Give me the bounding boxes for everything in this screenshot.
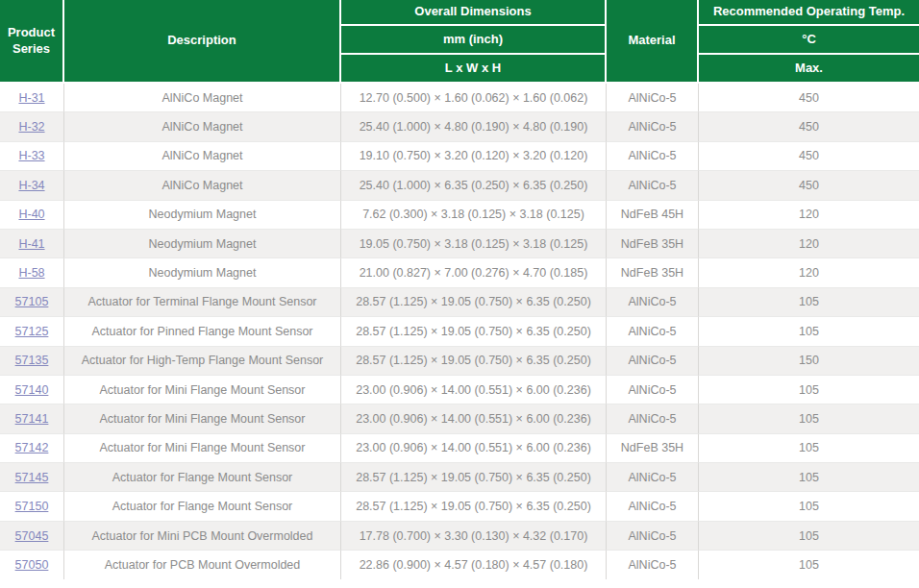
product-series-link[interactable]: 57105 bbox=[15, 295, 49, 308]
product-series-cell: H-58 bbox=[0, 257, 64, 286]
temp-max-cell: 150 bbox=[699, 346, 919, 375]
product-series-cell: 57142 bbox=[0, 433, 64, 462]
dimensions-cell: 22.86 (0.900) × 4.57 (0.180) × 4.57 (0.1… bbox=[341, 550, 607, 578]
temp-max-cell: 105 bbox=[699, 550, 919, 578]
material-cell: NdFeB 35H bbox=[607, 229, 699, 257]
product-series-link[interactable]: H-40 bbox=[18, 208, 44, 221]
col-header-description: Description bbox=[64, 0, 341, 84]
temp-max-cell: 105 bbox=[699, 404, 919, 432]
product-series-cell: 57050 bbox=[0, 550, 64, 578]
product-series-link[interactable]: 57045 bbox=[15, 529, 49, 543]
table-row: 57125Actuator for Pinned Flange Mount Se… bbox=[0, 316, 919, 345]
product-series-cell: H-34 bbox=[0, 170, 64, 199]
product-series-link[interactable]: 57142 bbox=[15, 441, 49, 454]
table-row: 57142Actuator for Mini Flange Mount Sens… bbox=[0, 433, 919, 462]
temp-max-cell: 105 bbox=[699, 462, 919, 491]
table-row: 57105Actuator for Terminal Flange Mount … bbox=[0, 287, 919, 316]
temp-max-cell: 105 bbox=[699, 491, 919, 520]
product-series-cell: 57135 bbox=[0, 346, 64, 375]
dimensions-cell: 23.00 (0.906) × 14.00 (0.551) × 6.00 (0.… bbox=[341, 433, 607, 462]
product-series-cell: H-40 bbox=[0, 200, 64, 229]
table-header: Product Series Description Overall Dimen… bbox=[0, 0, 919, 84]
col-header-product-series: Product Series bbox=[0, 0, 64, 84]
temp-max-cell: 105 bbox=[699, 287, 919, 316]
col-header-temp-max: Max. bbox=[699, 55, 919, 84]
product-series-link[interactable]: H-58 bbox=[18, 266, 44, 280]
table-row: 57050Actuator for PCB Mount Overmolded22… bbox=[0, 550, 919, 578]
product-series-link[interactable]: H-33 bbox=[18, 149, 44, 162]
description-cell: Neodymium Magnet bbox=[64, 200, 341, 229]
product-series-link[interactable]: H-31 bbox=[18, 91, 44, 105]
product-series-link[interactable]: H-41 bbox=[18, 237, 44, 251]
temp-max-cell: 105 bbox=[699, 375, 919, 404]
product-series-cell: H-31 bbox=[0, 84, 64, 111]
product-series-link[interactable]: 57135 bbox=[15, 354, 49, 367]
description-cell: AlNiCo Magnet bbox=[64, 141, 341, 170]
dimensions-cell: 25.40 (1.000) × 4.80 (0.190) × 4.80 (0.1… bbox=[341, 111, 607, 140]
material-cell: AlNiCo-5 bbox=[607, 141, 699, 170]
product-series-cell: 57141 bbox=[0, 404, 64, 432]
temp-max-cell: 120 bbox=[699, 200, 919, 229]
dimensions-cell: 17.78 (0.700) × 3.30 (0.130) × 4.32 (0.1… bbox=[341, 521, 607, 550]
description-cell: Neodymium Magnet bbox=[64, 229, 341, 257]
description-cell: AlNiCo Magnet bbox=[64, 84, 341, 111]
description-cell: Actuator for Mini Flange Mount Sensor bbox=[64, 404, 341, 432]
product-series-cell: H-33 bbox=[0, 141, 64, 170]
col-header-temp-unit: °C bbox=[699, 26, 919, 55]
dimensions-cell: 19.10 (0.750) × 3.20 (0.120) × 3.20 (0.1… bbox=[341, 141, 607, 170]
table-row: 57150Actuator for Flange Mount Sensor28.… bbox=[0, 491, 919, 520]
col-header-recommended-temp: Recommended Operating Temp. bbox=[699, 0, 919, 26]
material-cell: AlNiCo-5 bbox=[607, 521, 699, 550]
description-cell: Actuator for Terminal Flange Mount Senso… bbox=[64, 287, 341, 316]
product-series-cell: H-41 bbox=[0, 229, 64, 257]
material-cell: AlNiCo-5 bbox=[607, 346, 699, 375]
product-series-link[interactable]: H-32 bbox=[18, 120, 44, 134]
description-cell: Actuator for Mini PCB Mount Overmolded bbox=[64, 521, 341, 550]
dimensions-cell: 23.00 (0.906) × 14.00 (0.551) × 6.00 (0.… bbox=[341, 375, 607, 404]
material-cell: AlNiCo-5 bbox=[607, 287, 699, 316]
product-series-link[interactable]: 57125 bbox=[15, 325, 49, 338]
material-cell: AlNiCo-5 bbox=[607, 462, 699, 491]
temp-max-cell: 450 bbox=[699, 84, 919, 111]
product-series-link[interactable]: 57150 bbox=[15, 500, 49, 513]
table-row: H-58Neodymium Magnet21.00 (0.827) × 7.00… bbox=[0, 257, 919, 286]
dimensions-cell: 28.57 (1.125) × 19.05 (0.750) × 6.35 (0.… bbox=[341, 491, 607, 520]
dimensions-cell: 12.70 (0.500) × 1.60 (0.062) × 1.60 (0.0… bbox=[341, 84, 607, 111]
product-series-cell: 57140 bbox=[0, 375, 64, 404]
description-cell: Actuator for Flange Mount Sensor bbox=[64, 462, 341, 491]
table-row: 57141Actuator for Mini Flange Mount Sens… bbox=[0, 404, 919, 432]
dimensions-cell: 21.00 (0.827) × 7.00 (0.276) × 4.70 (0.1… bbox=[341, 257, 607, 286]
temp-max-cell: 120 bbox=[699, 257, 919, 286]
material-cell: NdFeB 35H bbox=[607, 433, 699, 462]
dimensions-cell: 25.40 (1.000) × 6.35 (0.250) × 6.35 (0.2… bbox=[341, 170, 607, 199]
table-row: H-32AlNiCo Magnet25.40 (1.000) × 4.80 (0… bbox=[0, 111, 919, 140]
dimensions-cell: 28.57 (1.125) × 19.05 (0.750) × 6.35 (0.… bbox=[341, 346, 607, 375]
temp-max-cell: 120 bbox=[699, 229, 919, 257]
material-cell: AlNiCo-5 bbox=[607, 170, 699, 199]
product-series-link[interactable]: 57050 bbox=[15, 558, 49, 572]
description-cell: Actuator for Mini Flange Mount Sensor bbox=[64, 375, 341, 404]
product-series-link[interactable]: H-34 bbox=[18, 179, 44, 192]
product-series-cell: 57150 bbox=[0, 491, 64, 520]
temp-max-cell: 105 bbox=[699, 521, 919, 550]
table-row: H-41Neodymium Magnet19.05 (0.750) × 3.18… bbox=[0, 229, 919, 257]
product-series-cell: 57145 bbox=[0, 462, 64, 491]
description-cell: AlNiCo Magnet bbox=[64, 111, 341, 140]
description-cell: Actuator for Pinned Flange Mount Sensor bbox=[64, 316, 341, 345]
dimensions-cell: 28.57 (1.125) × 19.05 (0.750) × 6.35 (0.… bbox=[341, 462, 607, 491]
dimensions-cell: 28.57 (1.125) × 19.05 (0.750) × 6.35 (0.… bbox=[341, 316, 607, 345]
product-series-link[interactable]: 57145 bbox=[15, 471, 49, 484]
product-series-link[interactable]: 57141 bbox=[15, 412, 49, 426]
temp-max-cell: 105 bbox=[699, 433, 919, 462]
description-cell: Actuator for PCB Mount Overmolded bbox=[64, 550, 341, 578]
temp-max-cell: 450 bbox=[699, 141, 919, 170]
temp-max-cell: 450 bbox=[699, 170, 919, 199]
dimensions-cell: 19.05 (0.750) × 3.18 (0.125) × 3.18 (0.1… bbox=[341, 229, 607, 257]
table-row: H-31AlNiCo Magnet12.70 (0.500) × 1.60 (0… bbox=[0, 84, 919, 111]
table-row: 57045Actuator for Mini PCB Mount Overmol… bbox=[0, 521, 919, 550]
material-cell: AlNiCo-5 bbox=[607, 404, 699, 432]
product-series-cell: 57045 bbox=[0, 521, 64, 550]
product-series-link[interactable]: 57140 bbox=[15, 383, 49, 397]
table-row: 57140Actuator for Mini Flange Mount Sens… bbox=[0, 375, 919, 404]
material-cell: AlNiCo-5 bbox=[607, 550, 699, 578]
